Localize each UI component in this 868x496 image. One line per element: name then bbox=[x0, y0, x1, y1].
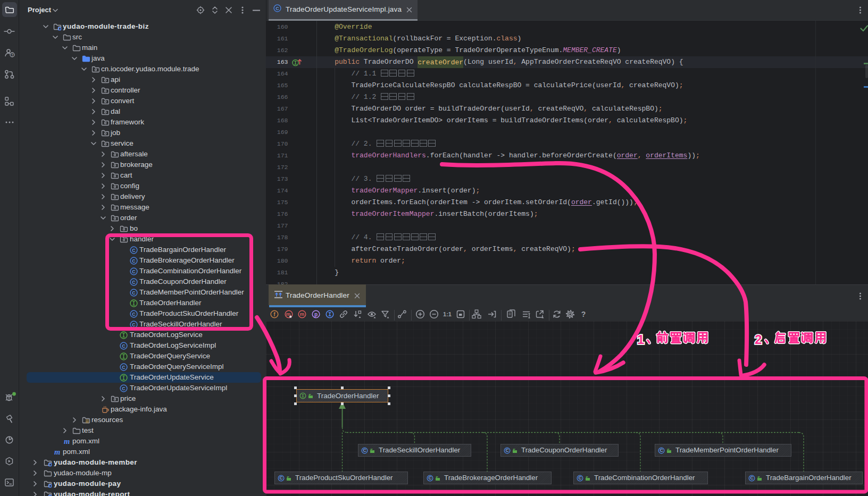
svg-text:C: C bbox=[122, 364, 126, 369]
svg-text:C: C bbox=[132, 311, 136, 316]
svg-text:m: m bbox=[64, 437, 70, 445]
svg-text:?: ? bbox=[11, 53, 13, 57]
svg-text:?: ? bbox=[581, 310, 586, 318]
svg-text:C: C bbox=[122, 343, 126, 348]
svg-text:C: C bbox=[132, 279, 136, 284]
svg-text:C: C bbox=[132, 268, 136, 274]
svg-text:C: C bbox=[505, 448, 508, 453]
svg-text:C: C bbox=[428, 475, 431, 481]
svg-text:m: m bbox=[54, 448, 60, 456]
svg-text:C: C bbox=[750, 475, 753, 481]
svg-text:C: C bbox=[578, 475, 581, 481]
svg-text:C: C bbox=[132, 290, 136, 295]
svg-text:m: m bbox=[300, 311, 304, 317]
svg-text:C: C bbox=[132, 322, 136, 327]
svg-text:C: C bbox=[122, 385, 126, 391]
svg-text:C: C bbox=[660, 448, 663, 453]
svg-text:C: C bbox=[279, 475, 282, 481]
svg-text:m: m bbox=[286, 311, 290, 317]
svg-text:p: p bbox=[314, 312, 318, 317]
svg-text:f: f bbox=[273, 312, 276, 317]
svg-text:C: C bbox=[363, 448, 366, 453]
svg-text:C: C bbox=[132, 247, 136, 253]
svg-text:1:1: 1:1 bbox=[443, 311, 452, 317]
svg-text:C: C bbox=[132, 258, 136, 263]
svg-text:C: C bbox=[276, 6, 279, 11]
